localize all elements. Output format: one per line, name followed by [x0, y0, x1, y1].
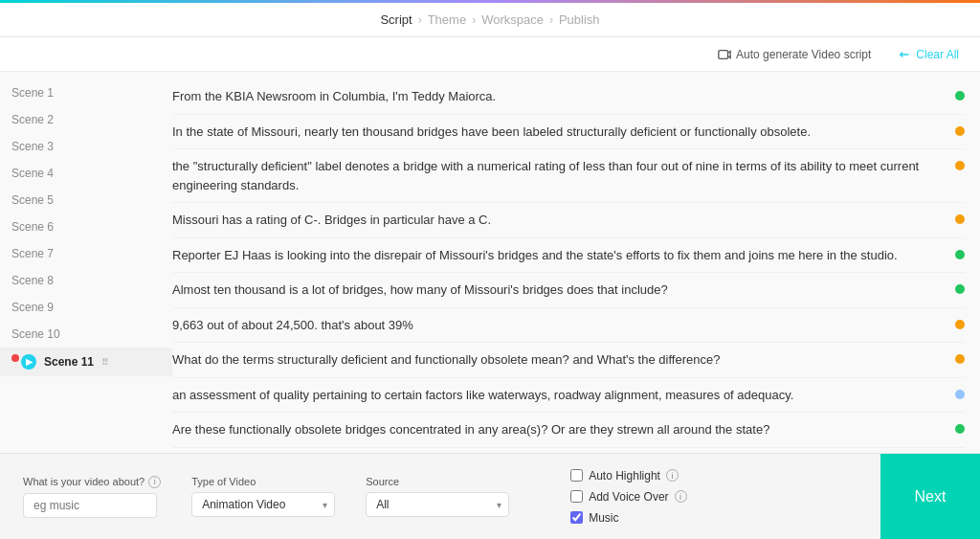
script-text-10[interactable]: Are these functionally obsolete bridges … — [172, 420, 955, 439]
scene-label: Scene 4 — [11, 167, 54, 180]
scene-item-8[interactable]: Scene 8 — [0, 267, 172, 294]
scene-label: Scene 7 — [11, 247, 54, 260]
script-text-1[interactable]: From the KBIA Newsroom in Columbia, I'm … — [172, 87, 955, 106]
scene-item-3[interactable]: Scene 3 — [0, 133, 172, 160]
nav-step-publish[interactable]: Publish — [559, 12, 600, 27]
script-text-7[interactable]: 9,663 out of about 24,500. that's about … — [172, 316, 955, 335]
script-row-1: From the KBIA Newsroom in Columbia, I'm … — [172, 79, 965, 115]
footer: What is your video about? i Type of Vide… — [0, 453, 980, 539]
auto-highlight-info-icon[interactable]: i — [666, 469, 679, 482]
auto-generate-label: Auto generate Video script — [736, 48, 871, 61]
script-text-6[interactable]: Almost ten thousand is a lot of bridges,… — [172, 281, 955, 300]
video-about-label: What is your video about? i — [23, 476, 161, 488]
type-of-video-select[interactable]: Animation Video Live Action Mixed — [191, 492, 335, 517]
auto-highlight-row: Auto Highlight i — [570, 469, 686, 483]
script-row-5: Reporter EJ Haas is looking into the dis… — [172, 238, 965, 274]
source-field: Source All Custom Pexels Pixabay — [366, 476, 509, 517]
scene-label: Scene 10 — [11, 327, 60, 341]
source-select-wrapper: All Custom Pexels Pixabay — [366, 492, 509, 517]
source-label: Source — [366, 476, 509, 487]
status-dot-10 — [955, 424, 965, 434]
auto-highlight-label: Auto Highlight — [589, 469, 660, 483]
type-of-video-label-text: Type of Video — [191, 476, 256, 487]
scene-label: Scene 8 — [11, 274, 54, 287]
scene-item-5[interactable]: Scene 5 — [0, 187, 172, 213]
script-text-8[interactable]: What do the terms structurally deficient… — [172, 350, 955, 370]
clear-all-label: Clear All — [916, 48, 959, 61]
nav-steps: Script › Theme › Workspace › Publish — [380, 12, 599, 27]
script-text-2[interactable]: In the state of Missouri, nearly ten tho… — [172, 123, 955, 142]
scene-label: Scene 6 — [11, 220, 54, 234]
scene-label: Scene 1 — [11, 86, 54, 100]
nav-step-script[interactable]: Script — [380, 12, 412, 27]
script-row-10: Are these functionally obsolete bridges … — [172, 413, 965, 448]
status-dot-3 — [955, 161, 965, 170]
auto-highlight-checkbox[interactable] — [570, 469, 583, 482]
status-dot-7 — [955, 320, 965, 329]
clear-icon — [898, 48, 911, 61]
footer-checkboxes: Auto Highlight i Add Voice Over i Music — [570, 469, 686, 525]
status-dot-6 — [955, 284, 965, 294]
scene-label: Scene 5 — [11, 193, 54, 207]
clear-all-button[interactable]: Clear All — [892, 45, 965, 64]
top-navigation: Script › Theme › Workspace › Publish — [0, 3, 980, 37]
source-label-text: Source — [366, 476, 399, 487]
script-row-8: What do the terms structurally deficient… — [172, 343, 965, 378]
scene-icons: ▶ — [11, 354, 36, 370]
type-of-video-select-wrapper: Animation Video Live Action Mixed — [191, 492, 335, 517]
scene-item-6[interactable]: Scene 6 — [0, 213, 172, 240]
script-row-3: the "structurally deficient" label denot… — [172, 149, 965, 203]
add-voice-over-row: Add Voice Over i — [570, 490, 686, 504]
add-voice-over-label: Add Voice Over — [589, 490, 668, 504]
scene-label: Scene 3 — [11, 140, 54, 153]
nav-step-workspace[interactable]: Workspace — [481, 12, 544, 27]
record-dot — [11, 354, 19, 362]
scene-item-2[interactable]: Scene 2 — [0, 106, 172, 133]
script-row-4: Missouri has a rating of C-. Bridges in … — [172, 203, 965, 238]
scene-avatar: ▶ — [21, 354, 36, 370]
scene-item-1[interactable]: Scene 1 — [0, 79, 172, 106]
nav-arrow-1: › — [418, 13, 422, 27]
script-text-3[interactable]: the "structurally deficient" label denot… — [172, 157, 955, 194]
scene-label: Scene 2 — [11, 113, 54, 126]
next-button[interactable]: Next — [880, 454, 980, 539]
source-select[interactable]: All Custom Pexels Pixabay — [366, 492, 509, 517]
video-icon — [718, 48, 731, 61]
music-checkbox[interactable] — [570, 511, 583, 524]
nav-arrow-2: › — [472, 13, 476, 27]
video-about-info-icon[interactable]: i — [148, 476, 161, 488]
drag-handle-icon[interactable]: ⠿ — [101, 357, 108, 368]
script-text-5[interactable]: Reporter EJ Haas is looking into the dis… — [172, 246, 955, 265]
scene-item-7[interactable]: Scene 7 — [0, 240, 172, 267]
script-text-4[interactable]: Missouri has a rating of C-. Bridges in … — [172, 211, 955, 230]
nav-step-theme[interactable]: Theme — [428, 12, 466, 27]
video-about-label-text: What is your video about? — [23, 476, 145, 487]
scene-item-11[interactable]: ▶ Scene 11 ⠿ — [0, 348, 172, 376]
video-about-input[interactable] — [23, 493, 157, 518]
add-voice-over-info-icon[interactable]: i — [675, 490, 687, 503]
music-row: Music — [570, 511, 686, 525]
nav-arrow-3: › — [549, 13, 553, 27]
scene-list: Scene 1 Scene 2 Scene 3 Scene 4 Scene 5 … — [0, 72, 172, 453]
next-label: Next — [915, 488, 947, 505]
toolbar: Auto generate Video script Clear All — [0, 37, 980, 72]
scene-item-10[interactable]: Scene 10 — [0, 321, 172, 348]
status-dot-8 — [955, 354, 965, 364]
type-of-video-field: Type of Video Animation Video Live Actio… — [191, 476, 335, 517]
video-about-field: What is your video about? i — [23, 476, 161, 518]
script-row-9: an assessment of quality pertaining to c… — [172, 378, 965, 414]
scene-label: Scene 11 — [44, 355, 94, 369]
status-dot-5 — [955, 250, 965, 259]
add-voice-over-checkbox[interactable] — [570, 490, 583, 503]
auto-generate-button[interactable]: Auto generate Video script — [712, 45, 877, 64]
status-dot-1 — [955, 91, 965, 101]
script-row-7: 9,663 out of about 24,500. that's about … — [172, 308, 965, 344]
music-label: Music — [589, 511, 618, 525]
script-text-9[interactable]: an assessment of quality pertaining to c… — [172, 386, 955, 405]
scene-item-4[interactable]: Scene 4 — [0, 160, 172, 187]
scene-item-9[interactable]: Scene 9 — [0, 294, 172, 321]
svg-rect-0 — [719, 50, 728, 58]
script-row-2: In the state of Missouri, nearly ten tho… — [172, 115, 965, 150]
script-row-6: Almost ten thousand is a lot of bridges,… — [172, 273, 965, 308]
status-dot-9 — [955, 390, 965, 399]
